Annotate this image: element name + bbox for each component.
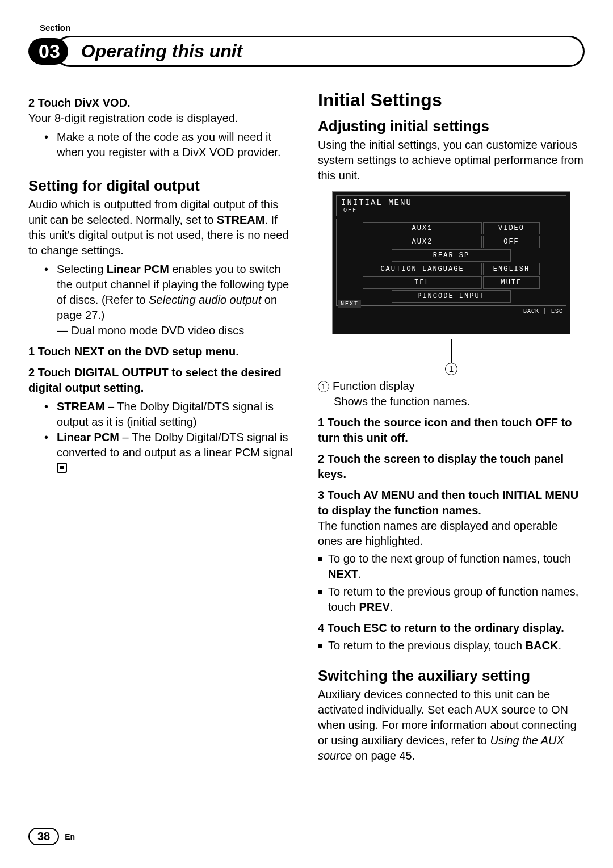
step-2-divx: 2 Touch DivX VOD. [28,95,295,111]
t-strong: NEXT [328,568,358,580]
page: Section 03 Operating this unit 2 Touch D… [0,0,613,868]
t: To return to the previous group of funct… [328,584,585,615]
r-step-2: 2 Touch the screen to display the touch … [318,451,585,482]
opt-lpcm: • Linear PCM – The Dolby Digital/DTS sig… [28,430,295,476]
t: To return to the previous display, touch [328,639,526,652]
t: . [390,601,393,613]
footer: 38 En [28,828,75,845]
osd-row-label: PINCODE INPUT [392,290,511,303]
legend-desc: Shows the function names. [334,394,470,409]
opt-stream: • STREAM – The Dolby Digital/DTS signal … [28,399,295,430]
osd-row-label: CAUTION LANGUAGE [363,263,482,275]
osd-row-label: TEL [363,276,482,289]
t-strong: Linear PCM [57,431,119,443]
r-step-3: 3 Touch AV MENU and then touch INITIAL M… [318,488,585,518]
callout-line [451,339,452,363]
page-lang: En [65,832,75,841]
digital-dash: — Dual mono mode DVD video discs [28,323,295,338]
bullet-mark: • [44,129,57,160]
osd-row-label: AUX2 [363,236,482,248]
t-strong: PREV [359,601,389,613]
heading-aux: Switching the auxiliary setting [318,667,585,685]
legend: 1Function display Shows the function nam… [318,379,585,409]
bullet-mark: • [44,262,57,323]
step-2-bullet: • Make a note of the code as you will ne… [28,129,295,160]
osd-next: NEXT [338,300,361,308]
digital-bullet-1-text: Selecting Linear PCM enables you to swit… [57,262,295,323]
osd-title: INITIAL MENU [341,198,561,207]
t: 1 Touch NEXT on the DVD setup menu. [28,345,239,358]
right-column: Initial Settings Adjusting initial setti… [318,90,585,764]
t-strong: STREAM [57,400,104,413]
t: 2 Touch the screen to display the touch … [318,452,564,480]
square-icon: ■ [318,586,328,597]
osd-row-value: VIDEO [483,222,540,234]
t: 3 Touch AV MENU and then touch INITIAL M… [318,489,578,517]
section-kicker: Section [40,23,585,32]
legend-number: 1 [318,381,329,392]
step-2-lead: 2 Touch DivX VOD. [28,97,131,109]
t: . [558,639,561,652]
square-icon: ■ [318,553,328,564]
t-strong: STREAM [217,213,264,226]
t: To go to the next group of function name… [328,551,585,582]
t-em: Selecting audio output [149,293,261,306]
page-number: 38 [28,828,59,845]
adjusting-para: Using the initial settings, you can cust… [318,137,585,183]
r-step-4: 4 Touch ESC to return to the ordinary di… [318,620,585,636]
r-step-3-para: The function names are displayed and ope… [318,518,585,549]
chapter-number: 03 [28,38,68,65]
digital-bullet-1: • Selecting Linear PCM enables you to sw… [28,262,295,323]
t: 2 Touch DIGITAL OUTPUT to select the des… [28,366,282,394]
r-step-1: 1 Touch the source icon and then touch O… [318,415,585,446]
chapter-header: 03 Operating this unit [28,36,585,67]
osd-row-value: MUTE [483,276,540,289]
osd-titlebar: INITIAL MENU OFF [336,195,566,216]
heading-initial-settings: Initial Settings [318,90,585,111]
heading-adjusting: Adjusting initial settings [318,118,585,135]
stop-icon [57,463,67,473]
callout-number: 1 [445,363,457,375]
osd-row-value: ENGLISH [483,263,540,275]
t-strong: Linear PCM [107,263,169,275]
legend-title: Function display [333,380,415,392]
bullet-mark: • [44,399,57,430]
note-next: ■To go to the next group of function nam… [318,551,585,582]
t: on page 45. [352,749,415,762]
square-icon: ■ [318,640,328,651]
note-back: ■To return to the previous display, touc… [318,638,585,653]
t: 4 Touch ESC to return to the ordinary di… [318,622,564,634]
osd-row-label: AUX1 [363,222,482,234]
t: To return to the previous display, touch… [328,638,561,653]
bullet-mark: • [44,430,57,476]
digital-step-2: 2 Touch DIGITAL OUTPUT to select the des… [28,365,295,396]
note-prev: ■To return to the previous group of func… [318,584,585,615]
opt-lpcm-text: Linear PCM – The Dolby Digital/DTS signa… [57,430,295,476]
osd-screenshot: INITIAL MENU OFF AUX1VIDEO AUX2OFF REAR … [332,191,570,334]
t-strong: BACK [526,639,559,652]
heading-digital-output: Setting for digital output [28,177,295,195]
opt-stream-text: STREAM – The Dolby Digital/DTS signal is… [57,399,295,430]
osd-row-label: REAR SP [392,249,511,262]
left-column: 2 Touch DivX VOD. Your 8-digit registrat… [28,90,295,764]
t: 1 Touch the source icon and then touch O… [318,416,572,444]
osd-row-value: OFF [483,236,540,248]
chapter-title-wrap: Operating this unit [54,36,585,67]
t: . [358,568,362,580]
t: Selecting [57,263,107,275]
osd-back-esc: BACK | ESC [336,306,566,315]
aux-para: Auxiliary devices connected to this unit… [318,687,585,764]
step-2-body: Your 8-digit registration code is displa… [28,111,295,126]
digital-output-para: Audio which is outputted from digital ou… [28,197,295,258]
callout: 1 [318,339,585,375]
osd-grid: AUX1VIDEO AUX2OFF REAR SP CAUTION LANGUA… [336,219,566,306]
t: To go to the next group of function name… [328,552,571,565]
step-2-bullet-text: Make a note of the code as you will need… [57,129,295,160]
digital-step-1: 1 Touch NEXT on the DVD setup menu. [28,344,295,359]
chapter-title: Operating this unit [81,41,242,61]
osd-off: OFF [341,207,561,213]
